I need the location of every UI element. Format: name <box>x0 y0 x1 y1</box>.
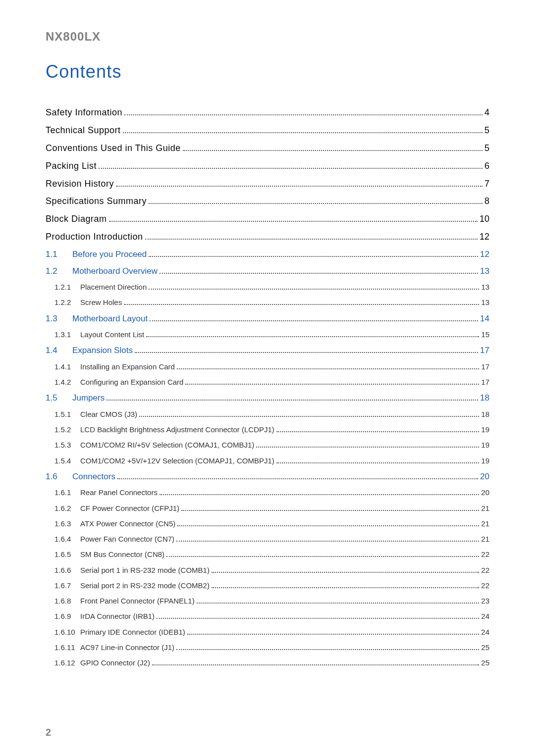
toc-leader-dots <box>116 181 482 187</box>
toc-entry-number: 1.4.1 <box>46 361 80 372</box>
toc-leader-dots <box>256 442 479 448</box>
toc-entry[interactable]: 1.1Before you Proceed12 <box>46 248 489 261</box>
toc-entry[interactable]: 1.4.2Configuring an Expansion Card17 <box>46 376 489 388</box>
toc-entry-number: 1.6.3 <box>46 518 80 529</box>
toc-entry-label: Jumpers <box>72 392 105 404</box>
toc-entry[interactable]: 1.6Connectors20 <box>46 470 489 483</box>
toc-entry-number: 1.2.2 <box>46 297 80 308</box>
toc-entry[interactable]: Specifications Summary8 <box>46 195 489 208</box>
toc-entry[interactable]: 1.2.1Placement Direction13 <box>46 281 489 293</box>
toc-entry-label: Front Panel Connector (FPANEL1) <box>80 595 195 606</box>
toc-entry[interactable]: 1.5.1Clear CMOS (J3)18 <box>46 408 489 420</box>
toc-entry-page: 18 <box>481 408 489 420</box>
toc-entry-page: 17 <box>480 344 489 357</box>
toc-entry[interactable]: 1.6.6Serial port 1 in RS-232 mode (COMB1… <box>46 564 489 576</box>
toc-entry[interactable]: 1.5.2LCD Backlight Brightness Adjustment… <box>46 424 489 435</box>
toc-entry[interactable]: 1.6.12GPIO Connector (J2)25 <box>46 657 489 668</box>
toc-entry[interactable]: 1.3.1Layout Content List15 <box>46 329 489 340</box>
toc-entry-number: 1.6.1 <box>46 487 80 498</box>
table-of-contents: Safety Information4Technical Support5Con… <box>46 106 489 668</box>
toc-entry-page: 24 <box>481 626 489 638</box>
toc-entry-number: 1.5.4 <box>46 455 80 466</box>
toc-entry-label: COM1/COM2 +5V/+12V Selection (COMAPJ1, C… <box>80 455 274 466</box>
toc-entry[interactable]: 1.4.1Installing an Expansion Card17 <box>46 361 489 372</box>
toc-entry-label: Primary IDE Connector (IDEB1) <box>80 626 185 638</box>
toc-entry[interactable]: 1.6.3ATX Power Connector (CN5)21 <box>46 518 489 529</box>
toc-entry[interactable]: Revision History7 <box>46 177 489 191</box>
toc-entry-label: Screw Holes <box>80 297 122 308</box>
toc-entry[interactable]: Conventions Used in This Guide5 <box>46 142 489 155</box>
toc-leader-dots <box>276 426 479 432</box>
toc-entry[interactable]: 1.6.4Power Fan Connector (CN7)21 <box>46 533 489 545</box>
toc-entry[interactable]: 1.6.9IrDA Connector (IRB1)24 <box>46 610 489 622</box>
toc-entry-label: Expansion Slots <box>72 344 133 357</box>
toc-leader-dots <box>124 299 479 305</box>
toc-entry-label: Technical Support <box>46 124 121 138</box>
toc-leader-dots <box>160 268 478 274</box>
toc-entry-page: 25 <box>481 642 489 653</box>
toc-entry-label: Clear CMOS (J3) <box>80 408 137 420</box>
toc-entry-page: 17 <box>481 376 489 388</box>
toc-entry-page: 10 <box>480 212 489 226</box>
toc-entry-number: 1.3 <box>46 312 72 325</box>
toc-entry[interactable]: Packing List6 <box>46 159 489 173</box>
toc-entry-page: 20 <box>481 487 489 498</box>
toc-entry-label: COM1/COM2 RI/+5V Selection (COMAJ1, COMB… <box>80 439 254 451</box>
toc-leader-dots <box>139 411 479 417</box>
toc-entry[interactable]: 1.6.1Rear Panel Connectors20 <box>46 487 489 498</box>
toc-entry-page: 4 <box>484 106 489 120</box>
toc-leader-dots <box>176 536 479 542</box>
toc-entry-number: 1.4 <box>46 344 72 357</box>
toc-leader-dots <box>146 331 479 337</box>
document-page: NX800LX Contents Safety Information4Tech… <box>0 0 535 756</box>
toc-entry-label: Connectors <box>72 470 115 483</box>
toc-entry-label: Production Introduction <box>46 230 143 244</box>
toc-entry[interactable]: 1.6.5SM Bus Connector (CN8)22 <box>46 549 489 560</box>
toc-entry-label: Before you Proceed <box>72 248 147 261</box>
toc-entry[interactable]: Safety Information4 <box>46 106 489 120</box>
toc-leader-dots <box>145 234 478 240</box>
toc-entry[interactable]: Production Introduction12 <box>46 230 489 244</box>
toc-leader-dots <box>177 363 479 369</box>
toc-entry-number: 1.6.6 <box>46 564 80 576</box>
toc-leader-dots <box>176 644 479 650</box>
toc-entry[interactable]: 1.6.8Front Panel Connector (FPANEL1)23 <box>46 595 489 606</box>
toc-entry-number: 1.6.4 <box>46 533 80 545</box>
toc-entry[interactable]: Block Diagram10 <box>46 212 489 226</box>
toc-leader-dots <box>99 163 482 169</box>
toc-entry-page: 13 <box>481 297 489 308</box>
toc-entry[interactable]: 1.5.4COM1/COM2 +5V/+12V Selection (COMAP… <box>46 455 489 466</box>
toc-entry[interactable]: 1.2Motherboard Overview13 <box>46 265 489 278</box>
toc-entry-label: Placement Direction <box>80 281 147 293</box>
toc-leader-dots <box>109 216 478 222</box>
toc-entry-page: 12 <box>480 230 489 244</box>
toc-entry-page: 6 <box>484 159 489 173</box>
toc-entry-page: 21 <box>481 518 489 529</box>
toc-entry-page: 5 <box>484 124 489 138</box>
toc-entry[interactable]: 1.6.2CF Power Connector (CFPJ1)21 <box>46 503 489 514</box>
toc-entry-label: Conventions Used in This Guide <box>46 142 181 155</box>
toc-entry-number: 1.6.10 <box>46 626 80 638</box>
toc-entry[interactable]: 1.6.10Primary IDE Connector (IDEB1)24 <box>46 626 489 638</box>
toc-entry[interactable]: 1.6.11AC97 Line-in Connector (J1)25 <box>46 642 489 653</box>
toc-entry[interactable]: 1.6.7Serial port 2 in RS-232 mode (COMB2… <box>46 580 489 591</box>
toc-entry[interactable]: 1.4Expansion Slots17 <box>46 344 489 357</box>
toc-entry-number: 1.6.12 <box>46 657 80 668</box>
toc-entry-label: SM Bus Connector (CN8) <box>80 549 164 560</box>
toc-entry-page: 23 <box>481 595 489 606</box>
toc-entry[interactable]: 1.5.3COM1/COM2 RI/+5V Selection (COMAJ1,… <box>46 439 489 451</box>
toc-entry[interactable]: 1.2.2Screw Holes13 <box>46 297 489 308</box>
toc-leader-dots <box>212 582 479 588</box>
toc-entry-page: 18 <box>480 392 489 404</box>
toc-entry[interactable]: 1.3Motherboard Layout14 <box>46 312 489 325</box>
toc-entry-label: Motherboard Layout <box>72 312 148 325</box>
toc-entry[interactable]: 1.5Jumpers18 <box>46 392 489 404</box>
toc-entry-page: 20 <box>480 470 489 483</box>
toc-entry-page: 14 <box>480 312 489 325</box>
toc-entry-label: IrDA Connector (IRB1) <box>80 610 155 622</box>
toc-entry-page: 22 <box>481 580 489 591</box>
toc-entry[interactable]: Technical Support5 <box>46 124 489 138</box>
toc-entry-label: Packing List <box>46 159 97 173</box>
toc-entry-label: CF Power Connector (CFPJ1) <box>80 503 179 514</box>
toc-leader-dots <box>276 457 480 463</box>
